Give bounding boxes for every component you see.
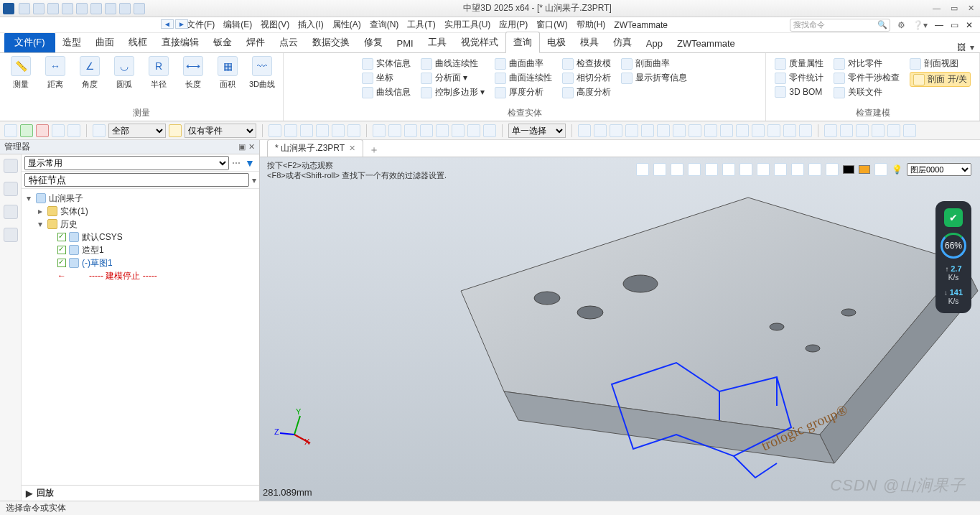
btn-radius[interactable]: R半径 (144, 56, 174, 106)
btn-tangent-analysis[interactable]: 相切分析 (562, 72, 611, 84)
btn-section-toggle[interactable]: 剖面 开/关 (910, 72, 971, 87)
tb-i7-icon[interactable] (373, 124, 386, 137)
tb-i5-icon[interactable] (332, 124, 345, 137)
tb-i11-icon[interactable] (436, 124, 449, 137)
chk[interactable] (57, 233, 66, 241)
tw[interactable]: ▾ (24, 193, 33, 203)
qat-copy-icon[interactable] (105, 3, 116, 14)
select-mode[interactable]: 单一选择 (508, 124, 566, 138)
menu-tools[interactable]: 工具(T) (407, 19, 435, 31)
tb-e3-icon[interactable] (856, 124, 869, 137)
menu-attr[interactable]: 属性(A) (332, 19, 361, 31)
qat-paste-icon[interactable] (119, 3, 131, 14)
help-icon[interactable]: ❔▾ (913, 20, 928, 30)
tb-i6-icon[interactable] (347, 124, 360, 137)
mgr-tree-icon[interactable] (4, 159, 18, 173)
vt-5-icon[interactable] (705, 163, 718, 176)
layer-select[interactable]: 图层0000 (907, 163, 971, 176)
playback-bar[interactable]: ▶ 回放 (22, 485, 259, 501)
btn-section-view[interactable]: 剖面视图 (910, 57, 971, 70)
tab-pointcloud[interactable]: 点云 (272, 32, 305, 52)
tree-root[interactable]: 山涧果子 (49, 192, 83, 205)
tb-i4-icon[interactable] (316, 124, 329, 137)
btn-height-analysis[interactable]: 高度分析 (562, 86, 611, 98)
tb-i8-icon[interactable] (388, 124, 401, 137)
display-more-icon[interactable]: ⋯ (232, 158, 241, 168)
menu-window[interactable]: 窗口(W) (536, 19, 567, 31)
tb-i1-icon[interactable] (269, 124, 281, 137)
nav-back-icon[interactable]: ◄ (161, 19, 174, 29)
tb-e4-icon[interactable] (872, 124, 885, 137)
tb-minus-icon[interactable] (36, 124, 49, 137)
tb-e5-icon[interactable] (887, 124, 900, 137)
tb-r8-icon[interactable] (689, 124, 701, 137)
tb-r3-icon[interactable] (610, 124, 622, 137)
feature-node-field[interactable] (24, 173, 249, 187)
vt-12-icon[interactable] (826, 163, 839, 176)
add-tab-button[interactable]: ＋ (369, 144, 379, 157)
qat-open-icon[interactable] (33, 3, 45, 14)
tw[interactable]: ▾ (36, 219, 45, 229)
mgr-cube-icon[interactable] (4, 182, 18, 196)
tab-mold[interactable]: 模具 (573, 32, 606, 52)
tree-history[interactable]: 历史 (60, 218, 78, 231)
filter-icon[interactable]: ▼ (243, 157, 256, 169)
panel-dock-icon[interactable]: ▣ (238, 142, 246, 152)
btn-area[interactable]: ▦面积 (213, 56, 243, 106)
tab-query[interactable]: 查询 (505, 32, 540, 53)
qat-new-icon[interactable] (19, 3, 30, 14)
btn-3dbom[interactable]: 3D BOM (775, 86, 823, 98)
tb-i12-icon[interactable] (452, 124, 465, 137)
tree-stop[interactable]: ----- 建模停止 ----- (89, 270, 157, 282)
tb-circle-icon[interactable] (67, 124, 80, 137)
tb-pick-icon[interactable] (169, 124, 182, 137)
doc-tab-active[interactable]: * 山涧果子.Z3PRT ✕ (267, 139, 363, 157)
btn-arc[interactable]: ◡圆弧 (109, 56, 139, 106)
tb-r9-icon[interactable] (704, 124, 717, 137)
tree-csys[interactable]: 默认CSYS (82, 231, 123, 243)
network-gauge[interactable]: ✔ 66% ↑ 2.7K/s ↓ 141K/s (935, 201, 971, 313)
filter-type-select[interactable]: 仅有零件 (185, 124, 256, 138)
qat-redo-icon[interactable] (90, 3, 102, 14)
ribbon-collapse-icon[interactable]: 🖾 (957, 42, 966, 52)
qat-cut-icon[interactable] (134, 3, 145, 14)
inner-close-button[interactable]: ✕ (966, 20, 973, 30)
btn-angle[interactable]: ∠角度 (75, 56, 105, 106)
tree-sketch[interactable]: (-)草图1 (82, 257, 113, 269)
tab-shape[interactable]: 造型 (55, 32, 88, 52)
inner-max-button[interactable]: ▭ (951, 20, 958, 30)
btn-measure[interactable]: 📏测量 (6, 56, 36, 106)
tb-r10-icon[interactable] (720, 124, 733, 137)
tb-chart-icon[interactable] (93, 124, 106, 137)
btn-mass-props[interactable]: 质量属性 (775, 57, 823, 70)
qat-undo-icon[interactable] (76, 3, 88, 14)
menu-util[interactable]: 实用工具(U) (444, 19, 491, 31)
vt-4-icon[interactable] (688, 163, 701, 176)
btn-part-stats[interactable]: 零件统计 (775, 72, 823, 84)
tb-r4-icon[interactable] (625, 124, 638, 137)
tab-repair[interactable]: 修复 (357, 32, 390, 52)
btn-compare-parts[interactable]: 对比零件 (834, 57, 900, 70)
display-mode-select[interactable]: 显示常用 (24, 156, 229, 170)
btn-section-curvature[interactable]: 剖面曲率 (621, 57, 687, 70)
tab-electrode[interactable]: 电极 (540, 32, 573, 52)
tw[interactable]: ▸ (36, 206, 45, 216)
panel-close-icon[interactable]: ✕ (248, 142, 255, 152)
tb-e2-icon[interactable] (840, 124, 853, 137)
tb-i9-icon[interactable] (404, 124, 417, 137)
btn-control-polygon[interactable]: 控制多边形 ▾ (421, 86, 485, 98)
btn-check-draft[interactable]: 检查拔模 (562, 57, 611, 70)
mgr-user-icon[interactable] (4, 228, 18, 242)
color-black-swatch[interactable] (843, 165, 854, 174)
tb-cursor-icon[interactable] (4, 124, 17, 137)
tab-wireframe[interactable]: 线框 (121, 32, 154, 52)
ribbon-more-icon[interactable]: ▾ (970, 42, 974, 52)
vt-1-icon[interactable] (636, 163, 649, 176)
tb-r5-icon[interactable] (641, 124, 654, 137)
inner-min-button[interactable]: — (935, 20, 943, 30)
minimize-button[interactable]: — (930, 4, 943, 13)
btn-bend-info[interactable]: 显示折弯信息 (621, 72, 687, 84)
tab-directedit[interactable]: 直接编辑 (154, 32, 206, 52)
tab-tool[interactable]: 工具 (421, 32, 454, 52)
btn-thickness[interactable]: 厚度分析 (495, 86, 552, 98)
